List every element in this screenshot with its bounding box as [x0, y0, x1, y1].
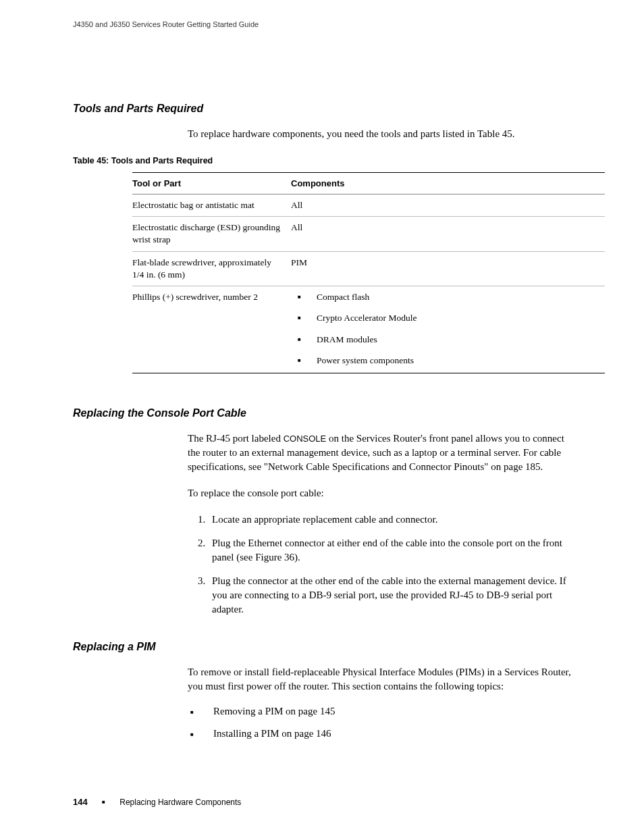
cell-components: All — [291, 194, 605, 217]
th-tool: Tool or Part — [132, 173, 291, 194]
tools-intro: To replace hardware components, you need… — [73, 127, 571, 141]
table-row: Phillips (+) screwdriver, number 2 Compa… — [132, 286, 605, 373]
cell-tool: Electrostatic bag or antistatic mat — [132, 194, 291, 217]
cell-components: PIM — [291, 251, 605, 286]
table-row: Electrostatic discharge (ESD) grounding … — [132, 217, 605, 251]
console-intro: The RJ-45 port labeled CONSOLE on the Se… — [73, 432, 571, 474]
list-item: Plug the Ethernet connector at either en… — [208, 536, 571, 565]
list-item: Installing a PIM on page 146 — [188, 728, 571, 739]
table-row: Flat-blade screwdriver, approximately 1/… — [132, 251, 605, 286]
heading-console: Replacing the Console Port Cable — [73, 407, 571, 419]
footer-section: Replacing Hardware Components — [119, 798, 241, 807]
list-item: Locate an appropriate replacement cable … — [208, 513, 571, 527]
list-item: Compact flash — [291, 291, 598, 303]
cell-tool: Flat-blade screwdriver, approximately 1/… — [132, 251, 291, 286]
list-item: DRAM modules — [291, 334, 598, 346]
square-icon: ■ — [102, 799, 105, 805]
list-item: Power system components — [291, 355, 598, 367]
heading-tools: Tools and Parts Required — [73, 103, 571, 115]
th-components: Components — [291, 173, 605, 194]
cell-components: Compact flash Crypto Accelerator Module … — [291, 286, 605, 373]
cell-tool: Electrostatic discharge (ESD) grounding … — [132, 217, 291, 251]
page-number: 144 — [73, 797, 88, 807]
console-label: CONSOLE — [284, 434, 327, 444]
console-pre: The RJ-45 port labeled — [188, 433, 284, 444]
page: J4350 and J6350 Services Router Getting … — [0, 0, 644, 834]
pim-topics: Removing a PIM on page 145 Installing a … — [73, 706, 571, 739]
table-row: Electrostatic bag or antistatic mat All — [132, 194, 605, 217]
heading-pim: Replacing a PIM — [73, 641, 571, 653]
cell-tool: Phillips (+) screwdriver, number 2 — [132, 286, 291, 373]
console-leadin: To replace the console port cable: — [73, 486, 571, 500]
list-item: Crypto Accelerator Module — [291, 312, 598, 324]
list-item: Plug the connector at the other end of t… — [208, 574, 571, 617]
cell-components: All — [291, 217, 605, 251]
footer: 144 ■ Replacing Hardware Components — [73, 797, 241, 807]
running-header: J4350 and J6350 Services Router Getting … — [73, 20, 571, 28]
console-steps: Locate an appropriate replacement cable … — [73, 513, 571, 617]
tools-table: Tool or Part Components Electrostatic ba… — [132, 172, 605, 373]
list-item: Removing a PIM on page 145 — [188, 706, 571, 717]
pim-intro: To remove or install field-replaceable P… — [73, 665, 571, 694]
table-caption: Table 45: Tools and Parts Required — [73, 156, 571, 165]
